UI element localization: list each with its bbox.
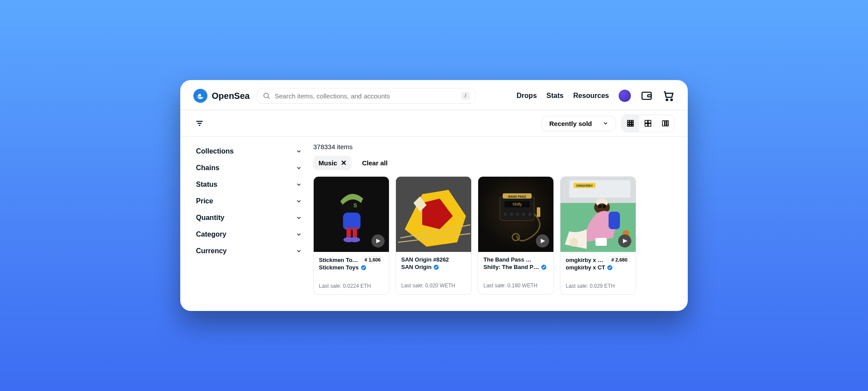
facet-label: Collections — [196, 147, 234, 155]
view-grid-small[interactable] — [622, 115, 639, 132]
svg-marker-54 — [541, 239, 545, 243]
svg-rect-28 — [353, 227, 357, 237]
svg-rect-22 — [662, 121, 665, 126]
svg-text:Shilly: Shilly — [512, 202, 522, 206]
chip-music[interactable]: Music ✕ — [313, 156, 352, 170]
close-icon[interactable]: ✕ — [341, 160, 346, 167]
verified-icon — [541, 264, 547, 270]
svg-marker-68 — [623, 239, 627, 243]
svg-rect-14 — [632, 123, 634, 125]
chevron-down-icon — [296, 198, 302, 204]
chip-label: Music — [318, 159, 337, 167]
svg-rect-26 — [343, 213, 360, 230]
svg-rect-11 — [632, 120, 634, 122]
nft-thumbnail: + S — [314, 177, 389, 252]
search-icon — [262, 92, 270, 100]
facet-chains[interactable]: Chains — [193, 160, 304, 176]
collection-name: omgkirby x CT — [566, 264, 605, 271]
facet-price[interactable]: Price — [193, 193, 304, 209]
chevron-down-icon — [296, 248, 302, 254]
clear-all[interactable]: Clear all — [362, 159, 388, 167]
search-input[interactable] — [275, 92, 457, 100]
filter-toggle-icon[interactable] — [193, 117, 206, 129]
svg-rect-66 — [595, 238, 607, 246]
nft-name: The Band Pass #8 — [483, 256, 532, 263]
svg-point-51 — [528, 213, 532, 216]
brand-name: OpenSea — [212, 91, 250, 101]
facet-status[interactable]: Status — [193, 176, 304, 193]
brand[interactable]: OpenSea — [193, 89, 250, 103]
svg-text:S: S — [354, 202, 357, 209]
facet-category[interactable]: Category — [193, 226, 304, 243]
svg-rect-53 — [537, 207, 540, 217]
view-list[interactable] — [657, 115, 674, 132]
last-sale: Last sale: 0.029 ETH — [566, 283, 630, 289]
app-window: OpenSea / Drops Stats Resources — [180, 80, 688, 311]
results: 378334 items Music ✕ Clear all — [310, 137, 688, 311]
search-box[interactable]: / — [257, 88, 476, 104]
svg-text:OMGKIRBY: OMGKIRBY — [576, 184, 593, 187]
svg-rect-17 — [632, 125, 634, 126]
rank-badge: # 2,680 — [608, 256, 630, 263]
facet-label: Status — [196, 181, 217, 189]
last-sale: Last sale: 0.180 WETH — [483, 283, 548, 289]
nav-drops[interactable]: Drops — [517, 92, 537, 100]
svg-rect-21 — [648, 124, 651, 126]
play-icon[interactable] — [371, 234, 385, 248]
avatar[interactable] — [619, 90, 631, 102]
collection-name: Shilly: The Band P… — [483, 264, 539, 270]
sort-dropdown[interactable]: Recently sold — [542, 116, 616, 131]
svg-point-63 — [602, 205, 606, 208]
svg-rect-2 — [642, 92, 651, 99]
last-sale: Last sale: 0.020 WETH — [401, 283, 466, 289]
svg-point-49 — [516, 213, 519, 216]
svg-rect-24 — [667, 121, 668, 126]
chevron-down-icon — [296, 215, 302, 221]
verified-icon — [433, 264, 439, 270]
nft-tile[interactable]: + S Stickmen Toy #… # 1,606 Stickme — [313, 176, 389, 295]
nft-name: Stickmen Toy #… — [319, 257, 359, 263]
svg-rect-64 — [609, 212, 620, 229]
wallet-icon[interactable] — [640, 90, 653, 102]
svg-point-62 — [598, 205, 602, 208]
view-switcher — [621, 115, 675, 132]
nft-thumbnail: BAND PASS Shilly — [478, 177, 553, 252]
view-grid-large[interactable] — [639, 115, 657, 132]
cart-icon[interactable] — [662, 90, 675, 102]
nft-thumbnail: OMGKIRBY — [560, 177, 636, 252]
svg-rect-3 — [648, 95, 651, 97]
chevron-down-icon — [296, 165, 302, 171]
collection-name: SAN Origin — [401, 264, 431, 270]
svg-rect-9 — [627, 120, 629, 122]
nft-thumbnail — [396, 177, 471, 252]
play-icon[interactable] — [618, 234, 631, 248]
last-sale: Last sale: 0.0224 ETH — [319, 283, 384, 289]
svg-point-5 — [671, 99, 672, 101]
facet-currency[interactable]: Currency — [193, 243, 304, 259]
nft-tile[interactable]: BAND PASS Shilly — [478, 176, 554, 295]
facet-quantity[interactable]: Quantity — [193, 209, 304, 226]
svg-text:BAND PASS: BAND PASS — [508, 195, 526, 198]
play-icon[interactable] — [536, 234, 549, 248]
body: Collections Chains Status Price Quantity… — [180, 137, 688, 311]
rank-badge: # 1,606 — [361, 256, 384, 263]
svg-rect-18 — [645, 120, 648, 123]
nav-links: Drops Stats Resources — [517, 90, 675, 102]
facet-collections[interactable]: Collections — [193, 143, 304, 160]
results-count: 378334 items — [313, 143, 675, 150]
facet-label: Currency — [196, 247, 227, 255]
nft-name: SAN Origin #8262 — [401, 256, 449, 263]
svg-point-48 — [510, 213, 513, 216]
svg-rect-13 — [630, 123, 632, 125]
nft-tile[interactable]: SAN Origin #8262 SAN Origin Last sale: 0… — [396, 176, 472, 295]
nft-tile[interactable]: OMGKIRBY — [560, 176, 636, 295]
svg-text:+: + — [354, 194, 358, 201]
svg-rect-16 — [630, 125, 632, 126]
facet-label: Chains — [196, 164, 219, 172]
nav-stats[interactable]: Stats — [546, 92, 564, 100]
search-shortcut: / — [461, 92, 469, 100]
svg-line-1 — [268, 97, 269, 98]
nav-resources[interactable]: Resources — [573, 92, 609, 100]
sidebar: Collections Chains Status Price Quantity… — [180, 137, 310, 311]
facet-label: Category — [196, 230, 226, 238]
